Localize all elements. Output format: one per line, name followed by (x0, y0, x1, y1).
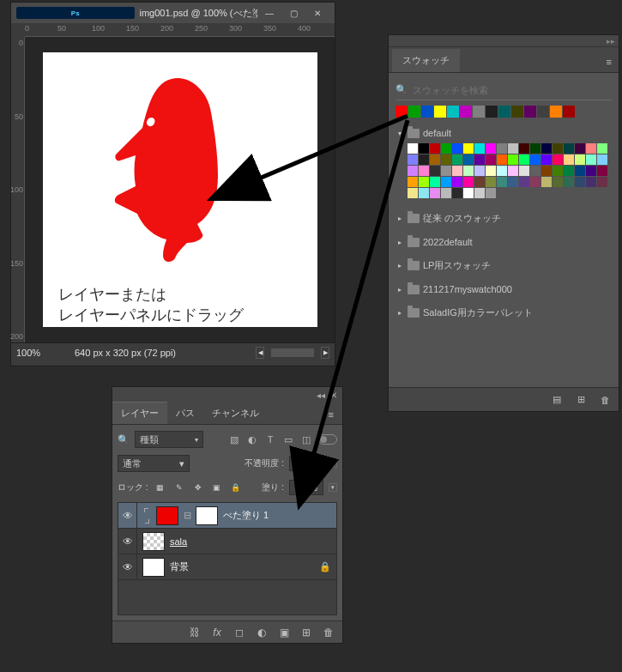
swatch[interactable] (408, 154, 418, 165)
swatch[interactable] (474, 166, 485, 176)
swatch[interactable] (553, 143, 563, 154)
document-titlebar[interactable]: Ps img001.psd @ 100% (べた塗り 1, RGB/8#) * … (11, 3, 335, 23)
swatch[interactable] (508, 166, 518, 176)
swatch[interactable] (497, 166, 507, 176)
swatch[interactable] (541, 177, 552, 187)
swatch[interactable] (473, 106, 485, 118)
swatch[interactable] (452, 166, 462, 176)
swatch[interactable] (441, 188, 451, 198)
swatch[interactable] (497, 154, 507, 165)
filter-pixel-icon[interactable]: ▧ (228, 433, 240, 445)
filter-smart-icon[interactable]: ◫ (300, 433, 312, 445)
swatch[interactable] (508, 154, 518, 165)
layer-mask-button[interactable]: ◻ (232, 626, 246, 639)
swatch[interactable] (597, 154, 607, 165)
swatch[interactable] (519, 143, 529, 154)
swatch[interactable] (408, 188, 418, 198)
zoom-level[interactable]: 100% (16, 348, 68, 358)
swatch[interactable] (474, 154, 485, 165)
visibility-toggle[interactable]: 👁 (118, 503, 137, 528)
ruler-vertical[interactable]: 0 50 100 150 200 (11, 37, 25, 342)
swatch-search-input[interactable] (413, 85, 612, 95)
swatch[interactable] (530, 154, 540, 165)
layer-group-button[interactable]: ▣ (277, 626, 291, 639)
swatch[interactable] (441, 143, 451, 154)
swatch[interactable] (563, 106, 575, 118)
swatch[interactable] (597, 166, 607, 176)
layer-name[interactable]: べた塗り 1 (223, 509, 331, 522)
swatch[interactable] (553, 166, 563, 176)
swatch[interactable] (586, 177, 596, 187)
blend-mode-select[interactable]: 通常▾ (118, 455, 190, 472)
swatch[interactable] (575, 166, 585, 176)
swatch[interactable] (564, 154, 574, 165)
swatch[interactable] (419, 177, 429, 187)
swatch[interactable] (419, 188, 429, 198)
swatch[interactable] (486, 106, 498, 118)
swatch[interactable] (474, 143, 485, 154)
close-button[interactable]: ✕ (305, 4, 329, 21)
layer-fx-button[interactable]: fx (210, 626, 224, 639)
delete-swatch-button[interactable]: 🗑 (598, 393, 612, 407)
fill-chevron[interactable]: ▾ (329, 483, 337, 492)
swatch[interactable] (511, 106, 523, 118)
collapse-icon[interactable]: ▸▸ (607, 37, 615, 45)
swatch[interactable] (486, 166, 496, 176)
swatch[interactable] (463, 188, 474, 198)
layer-thumb[interactable] (142, 558, 165, 577)
group-header[interactable]: ▸ SaladIG用カラーパレット (396, 305, 612, 321)
tab-swatches[interactable]: スウォッチ (392, 49, 460, 72)
layer-mask-thumb[interactable] (196, 506, 218, 525)
swatch[interactable] (498, 106, 510, 118)
opacity-chevron[interactable]: ▾ (329, 459, 337, 468)
swatch[interactable] (550, 106, 562, 118)
lock-paint-button[interactable]: ✎ (172, 481, 186, 494)
layer-list[interactable]: 👁 ⊟ べた塗り 1 👁 sala 👁 背景 🔒 (118, 502, 337, 615)
swatch[interactable] (564, 177, 574, 187)
layer-name[interactable]: sala (170, 536, 331, 547)
layer-thumb[interactable] (142, 532, 165, 551)
swatch[interactable] (486, 154, 496, 165)
swatch[interactable] (530, 166, 540, 176)
lock-transparent-button[interactable]: ▦ (154, 481, 167, 494)
swatch[interactable] (486, 188, 496, 198)
swatch[interactable] (419, 166, 429, 176)
swatch[interactable] (575, 143, 585, 154)
tab-paths[interactable]: パス (167, 402, 203, 424)
swatch-search[interactable]: 🔍 (396, 80, 612, 100)
group-header[interactable]: ▸ 2022default (396, 235, 612, 249)
group-header[interactable]: ▾ default (396, 126, 612, 140)
close-panel-button[interactable]: ✕ (330, 390, 337, 400)
panel-menu-button[interactable]: ≡ (600, 51, 619, 72)
swatch[interactable] (519, 177, 529, 187)
swatch[interactable] (430, 143, 440, 154)
visibility-toggle[interactable]: 👁 (118, 554, 137, 579)
swatch[interactable] (530, 177, 540, 187)
swatch[interactable] (597, 177, 607, 187)
swatch[interactable] (419, 143, 429, 154)
swatch[interactable] (508, 143, 518, 154)
filter-adjust-icon[interactable]: ◐ (246, 433, 258, 445)
swatch[interactable] (421, 106, 433, 118)
lock-artboard-button[interactable]: ▣ (210, 481, 224, 494)
new-layer-button[interactable]: ⊞ (299, 626, 313, 639)
opacity-value[interactable]: 100% (289, 456, 323, 471)
swatch[interactable] (452, 177, 462, 187)
group-header[interactable]: ▸ 211217myswatch000 (396, 282, 612, 296)
swatch[interactable] (441, 177, 451, 187)
swatch[interactable] (419, 154, 429, 165)
layer-fill-thumb[interactable] (156, 506, 178, 525)
layer-name[interactable]: 背景 (170, 560, 314, 573)
swatch[interactable] (434, 106, 446, 118)
swatch[interactable] (497, 177, 507, 187)
mask-link-icon[interactable]: ⊟ (184, 510, 190, 521)
layer-background[interactable]: 👁 背景 🔒 (118, 554, 336, 580)
swatch[interactable] (541, 154, 552, 165)
nav-right-button[interactable]: ▶ (321, 347, 329, 359)
swatch[interactable] (408, 166, 418, 176)
swatch[interactable] (447, 106, 459, 118)
new-swatch-button[interactable]: ⊞ (574, 393, 588, 407)
layer-solid-fill[interactable]: 👁 ⊟ べた塗り 1 (118, 503, 336, 529)
delete-layer-button[interactable]: 🗑 (322, 626, 335, 639)
swatch[interactable] (430, 154, 440, 165)
